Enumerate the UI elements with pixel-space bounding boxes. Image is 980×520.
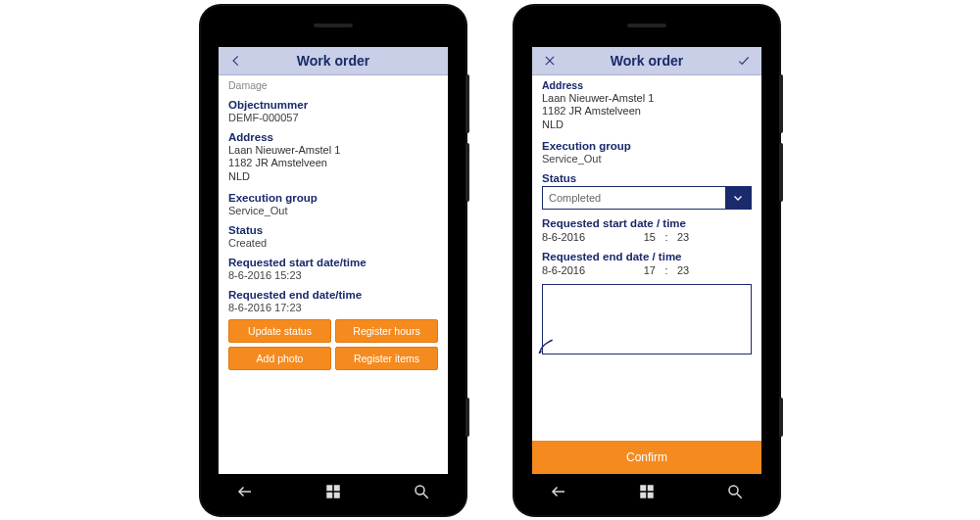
req-end-value: 8-6-2016 17:23 (228, 302, 438, 313)
hw-start-button[interactable] (324, 483, 342, 504)
windows-icon (638, 483, 656, 500)
req-end-min[interactable]: 23 (677, 264, 707, 276)
dropdown-arrow (725, 187, 751, 209)
phone-speaker (314, 24, 353, 27)
page-title: Work order (562, 53, 732, 69)
hardware-buttons (201, 480, 466, 507)
side-button (779, 398, 783, 437)
register-items-button[interactable]: Register items (335, 347, 438, 370)
objectnummer-label: Objectnummer (228, 99, 438, 111)
status-label: Status (542, 172, 752, 184)
phone-frame-right: Work order Address Laan Nieuwer-Amstel 1… (514, 6, 779, 515)
action-buttons: Update status Register hours Add photo R… (228, 313, 438, 370)
svg-point-14 (729, 486, 738, 495)
signature-pen-indicator (537, 338, 555, 357)
accept-button[interactable] (732, 54, 756, 68)
execution-group-label: Execution group (542, 140, 752, 152)
svg-rect-12 (640, 492, 646, 497)
req-start-label: Requested start date / time (542, 217, 752, 229)
status-label: Status (228, 224, 438, 236)
screen-right: Work order Address Laan Nieuwer-Amstel 1… (532, 47, 761, 474)
req-end-label: Requested end date / time (542, 251, 752, 262)
arrow-left-icon (236, 483, 254, 500)
execution-group-value: Service_Out (228, 205, 438, 216)
screen-left: Work order Damage Objectnummer DEMF-0000… (219, 47, 448, 474)
windows-icon (324, 483, 342, 500)
side-button (466, 74, 469, 133)
hardware-buttons (514, 480, 779, 507)
confirm-button[interactable]: Confirm (532, 441, 761, 474)
check-icon (737, 54, 751, 68)
svg-line-6 (423, 494, 428, 498)
svg-rect-11 (648, 485, 654, 491)
side-button (779, 143, 783, 202)
side-button (466, 143, 469, 202)
time-separator: : (662, 264, 671, 276)
req-start-min[interactable]: 23 (677, 231, 707, 243)
hw-start-button[interactable] (638, 483, 656, 504)
address-line1: Laan Nieuwer-Amstel 1 (228, 144, 438, 158)
svg-rect-2 (334, 485, 340, 491)
svg-rect-1 (326, 485, 332, 491)
register-hours-button[interactable]: Register hours (335, 319, 438, 343)
hw-search-button[interactable] (413, 483, 430, 504)
pen-icon (537, 338, 555, 355)
status-dropdown-value: Completed (543, 187, 725, 209)
req-end-row: 8-6-2016 17 : 23 (542, 264, 752, 276)
address-value: Laan Nieuwer-Amstel 1 1182 JR Amstelveen… (542, 92, 752, 132)
content-right: Address Laan Nieuwer-Amstel 1 1182 JR Am… (532, 75, 761, 441)
update-status-button[interactable]: Update status (228, 319, 331, 343)
add-photo-button[interactable]: Add photo (228, 347, 331, 370)
hw-back-button[interactable] (550, 483, 567, 504)
close-button[interactable] (538, 54, 562, 68)
phone-frame-left: Work order Damage Objectnummer DEMF-0000… (201, 6, 466, 515)
address-label-partial: Address (542, 79, 752, 91)
side-button (779, 74, 783, 133)
address-line2: 1182 JR Amstelveen (542, 105, 752, 118)
search-icon (726, 483, 744, 500)
status-dropdown[interactable]: Completed (542, 186, 752, 210)
phone-speaker (627, 24, 666, 27)
execution-group-value: Service_Out (542, 153, 752, 165)
time-separator: : (662, 231, 671, 243)
hw-back-button[interactable] (236, 483, 254, 504)
arrow-left-icon (550, 483, 567, 500)
req-start-label: Requested start date/time (228, 257, 438, 268)
objectnummer-value: DEMF-000057 (228, 112, 438, 123)
signature-box[interactable] (542, 284, 752, 355)
req-end-hour[interactable]: 17 (616, 264, 656, 276)
req-start-date[interactable]: 8-6-2016 (542, 231, 611, 243)
address-line3: NLD (542, 118, 752, 132)
titlebar: Work order (532, 47, 761, 75)
req-start-hour[interactable]: 15 (616, 231, 656, 243)
svg-point-5 (416, 486, 424, 495)
req-end-date[interactable]: 8-6-2016 (542, 264, 611, 276)
chevron-left-icon (229, 54, 243, 68)
search-icon (413, 483, 430, 500)
status-value: Created (228, 237, 438, 249)
prev-field-tail: Damage (228, 79, 438, 91)
svg-line-15 (737, 494, 742, 498)
req-end-label: Requested end date/time (228, 289, 438, 301)
address-value: Laan Nieuwer-Amstel 1 1182 JR Amstelveen… (228, 144, 438, 184)
close-icon (543, 54, 557, 68)
execution-group-label: Execution group (228, 192, 438, 204)
svg-rect-10 (640, 485, 646, 491)
address-line1: Laan Nieuwer-Amstel 1 (542, 92, 752, 106)
titlebar: Work order (219, 47, 448, 75)
chevron-down-icon (732, 192, 744, 204)
svg-rect-4 (334, 492, 340, 497)
side-button (466, 398, 469, 437)
svg-rect-3 (326, 492, 332, 497)
svg-rect-13 (648, 492, 654, 497)
hw-search-button[interactable] (726, 483, 744, 504)
req-start-value: 8-6-2016 15:23 (228, 269, 438, 281)
address-label: Address (228, 131, 438, 143)
back-button[interactable] (224, 54, 248, 68)
page-title: Work order (248, 53, 418, 69)
address-line2: 1182 JR Amstelveen (228, 157, 438, 170)
address-line3: NLD (228, 170, 438, 184)
content-left: Damage Objectnummer DEMF-000057 Address … (219, 75, 448, 474)
req-start-row: 8-6-2016 15 : 23 (542, 231, 752, 243)
